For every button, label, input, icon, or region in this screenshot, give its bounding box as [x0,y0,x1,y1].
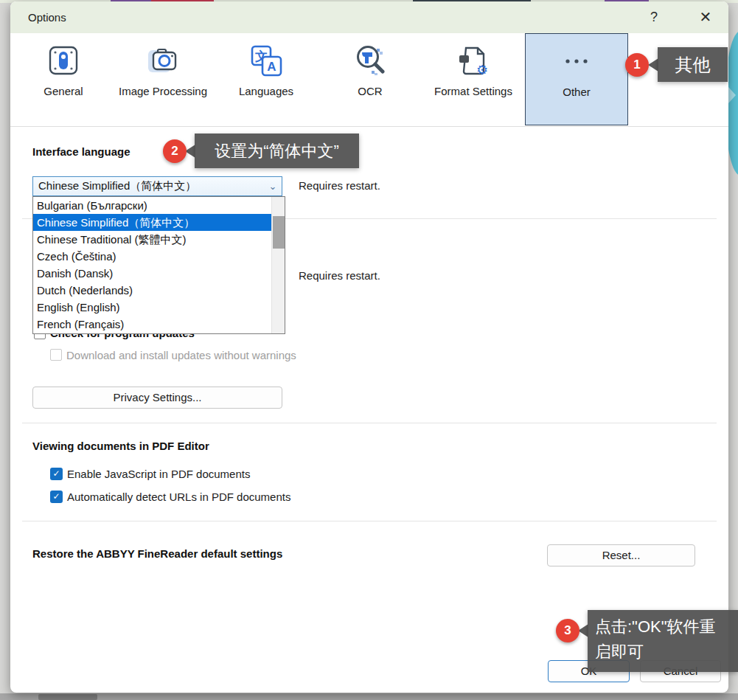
dropdown-scrollbar[interactable] [271,197,285,333]
language-option[interactable]: Dutch (Nederlands) [33,282,272,299]
camera-icon [144,41,182,80]
document-gear-icon: ⚙ [454,41,492,80]
tab-other[interactable]: Other [525,33,628,125]
close-icon[interactable]: ✕ [693,5,718,29]
tab-general[interactable]: General [12,33,115,126]
callout-badge-1: 1 [625,53,649,77]
detect-urls-checkbox[interactable]: ✓ [50,491,63,503]
options-dialog: Options ? ✕ General [10,1,728,693]
scrollbar-thumb[interactable] [273,216,285,249]
tab-label: OCR [322,84,418,99]
download-updates-label: Download and install updates without war… [66,349,296,361]
divider [22,423,717,423]
callout-arrow-3 [578,624,588,637]
svg-text:A: A [267,60,276,74]
general-icon [44,41,83,80]
callout-badge-3: 3 [556,619,579,642]
tab-label: Other [529,85,624,100]
language-option-selected[interactable]: Chinese Simplified（简体中文） [33,214,272,231]
language-option[interactable]: Bulgarian (Български) [33,197,272,214]
tab-languages[interactable]: 文 A Languages [215,33,318,126]
divider [22,521,717,521]
help-button[interactable]: ? [641,5,666,29]
language-dropdown-list: Bulgarian (Български) Chinese Simplified… [32,196,285,334]
tab-format-settings[interactable]: ⚙ Format Settings [422,33,525,126]
callout-badge-2: 2 [163,139,187,163]
ellipsis-icon [557,42,596,80]
callout-tip-3: 点击:"OK"软件重启即可 [588,610,738,672]
title-bar: Options ? ✕ [10,1,728,33]
callout-arrow-1 [648,58,658,72]
language-option[interactable]: Danish (Dansk) [33,265,272,282]
pdf-section-title: Viewing documents in PDF Editor [32,440,209,452]
language-option[interactable]: French (Français) [33,316,272,333]
callout-tip-1: 其他 [658,47,728,82]
enable-js-label: Enable JavaScript in PDF documents [67,468,250,480]
taskbar-strip [0,693,738,700]
taskbar-item [38,694,97,700]
window-title: Options [28,1,66,33]
translate-icon: 文 A [247,41,285,80]
restart-note-2: Requires restart. [299,269,380,282]
backdrop-teal-arrow [728,87,736,103]
selected-language-value: Chinese Simplified（简体中文） [33,179,264,193]
tab-image-processing[interactable]: Image Processing [111,33,215,126]
svg-text:⚙: ⚙ [476,63,488,77]
tab-label: Languages [218,84,314,99]
download-updates-checkbox[interactable] [50,349,62,361]
callout-tip-2: 设置为“简体中文” [195,134,359,168]
tab-label: Image Processing [115,84,211,99]
language-option[interactable]: Czech (Čeština) [33,248,272,265]
privacy-settings-button[interactable]: Privacy Settings... [32,387,282,409]
tab-label: Format Settings [425,84,521,99]
tab-ocr[interactable]: OCR [318,33,422,126]
enable-js-checkbox[interactable]: ✓ [50,468,63,480]
interface-language-label: Interface language [32,145,130,158]
language-option[interactable]: English (English) [33,299,272,316]
detect-urls-label: Automatically detect URLs in PDF documen… [67,491,290,503]
restore-defaults-label: Restore the ABBYY FineReader default set… [32,547,282,560]
interface-language-select[interactable]: Chinese Simplified（简体中文） ⌄ [32,176,282,196]
language-option[interactable]: Chinese Traditional (繁體中文) [33,231,272,248]
chevron-down-icon: ⌄ [264,181,282,192]
tab-strip: General Image Processing 文 [10,33,728,127]
magnifier-text-icon [351,41,389,80]
tab-label: General [15,84,111,99]
restart-note-1: Requires restart. [299,179,380,192]
callout-arrow-2 [185,145,195,158]
reset-button[interactable]: Reset... [547,544,695,566]
